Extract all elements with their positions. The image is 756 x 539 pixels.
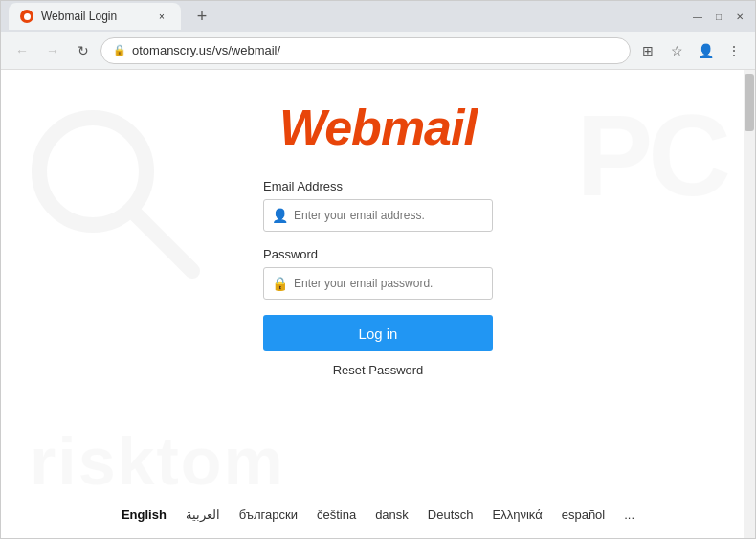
pc-watermark: PC — [576, 89, 726, 221]
new-tab-button[interactable]: + — [189, 3, 215, 30]
user-icon: 👤 — [272, 208, 288, 223]
svg-point-0 — [39, 118, 146, 225]
login-container: Webmail Email Address 👤 Password 🔒 Log i… — [187, 99, 569, 408]
email-label: Email Address — [263, 179, 493, 193]
close-button[interactable]: ✕ — [732, 9, 747, 24]
scroll-thumb[interactable] — [745, 74, 754, 131]
language-item-ar[interactable]: العربية — [186, 507, 220, 522]
email-input[interactable] — [294, 209, 484, 222]
tab-title: Webmail Login — [41, 10, 117, 23]
password-input-wrapper: 🔒 — [263, 267, 493, 300]
svg-line-1 — [131, 210, 192, 271]
tab-favicon — [20, 10, 33, 23]
email-input-wrapper: 👤 — [263, 199, 493, 232]
url-text: otomanscry.us/vs/webmail/ — [132, 43, 280, 57]
browser-window: Webmail Login × + — □ ✕ ← → ↻ 🔒 otomansc… — [0, 0, 756, 539]
risk-watermark: risktom — [30, 423, 285, 500]
language-item-en[interactable]: English — [122, 507, 167, 522]
lock-icon: 🔒 — [113, 44, 126, 56]
language-item-de[interactable]: Deutsch — [428, 507, 474, 522]
title-bar: Webmail Login × + — □ ✕ — [1, 1, 755, 32]
reload-button[interactable]: ↻ — [70, 37, 97, 64]
email-form-group: Email Address 👤 — [263, 179, 493, 232]
lock-icon: 🔒 — [272, 276, 288, 291]
forward-button[interactable]: → — [39, 37, 66, 64]
toolbar-actions: ⊞ ☆ 👤 ⋮ — [634, 37, 747, 64]
page-content: PC risktom Webmail Email Address 👤 Passw… — [1, 70, 755, 538]
language-item-bg[interactable]: български — [239, 507, 298, 522]
address-bar[interactable]: 🔒 otomanscry.us/vs/webmail/ — [100, 37, 631, 64]
minimize-button[interactable]: — — [690, 9, 705, 24]
language-item-el[interactable]: Ελληνικά — [493, 507, 543, 522]
password-label: Password — [263, 247, 493, 261]
back-button[interactable]: ← — [9, 37, 35, 64]
language-bar: EnglishالعربيةбългарскиčeštinadanskDeuts… — [1, 490, 755, 538]
language-item-es[interactable]: español — [562, 507, 606, 522]
bookmark-button[interactable]: ☆ — [663, 37, 690, 64]
password-input[interactable] — [294, 277, 484, 290]
maximize-button[interactable]: □ — [711, 9, 726, 24]
language-item-more[interactable]: ... — [624, 507, 634, 522]
scrollbar[interactable] — [744, 70, 755, 538]
reset-password-link[interactable]: Reset Password — [333, 363, 424, 377]
grid-button[interactable]: ⊞ — [634, 37, 661, 64]
tab-close-button[interactable]: × — [154, 9, 169, 24]
webmail-logo: Webmail — [279, 99, 477, 156]
menu-button[interactable]: ⋮ — [721, 37, 747, 64]
window-controls: — □ ✕ — [690, 9, 747, 24]
toolbar: ← → ↻ 🔒 otomanscry.us/vs/webmail/ ⊞ ☆ 👤 … — [1, 32, 755, 70]
login-button[interactable]: Log in — [263, 315, 493, 351]
browser-tab[interactable]: Webmail Login × — [9, 3, 181, 30]
language-item-da[interactable]: dansk — [375, 507, 409, 522]
language-item-cs[interactable]: čeština — [317, 507, 356, 522]
profile-button[interactable]: 👤 — [692, 37, 719, 64]
password-form-group: Password 🔒 — [263, 247, 493, 300]
